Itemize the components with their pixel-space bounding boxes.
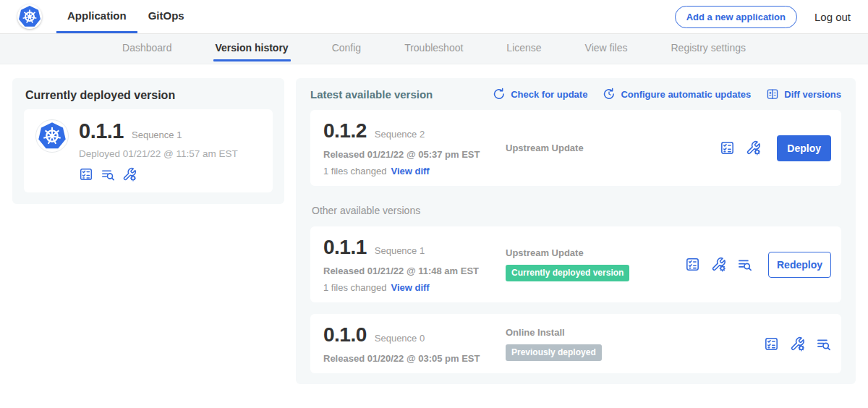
subtab-dashboard[interactable]: Dashboard <box>101 34 194 64</box>
release-sequence: Sequence 0 <box>375 333 425 344</box>
currently-deployed-card: 0.1.1 Sequence 1 Deployed 01/21/22 @ 11:… <box>24 109 273 192</box>
config-icon[interactable] <box>122 167 137 182</box>
kubernetes-logo <box>17 4 42 29</box>
files-changed: 1 files changed <box>323 166 386 177</box>
subtab-version-history[interactable]: Version history <box>194 34 310 64</box>
release-row-0.1.2: 0.1.2 Sequence 2 Released 01/21/22 @ 05:… <box>310 110 841 186</box>
config-icon[interactable] <box>746 140 761 156</box>
deploy-button[interactable]: Deploy <box>777 135 831 161</box>
currently-deployed-panel: Currently deployed version 0.1.1 Sequenc… <box>12 78 284 204</box>
release-notes-icon[interactable] <box>720 140 735 156</box>
release-version: 0.1.2 <box>323 119 367 143</box>
diff-icon[interactable] <box>737 257 752 272</box>
currently-deployed-badge: Currently deployed version <box>506 265 629 281</box>
release-notes-icon[interactable] <box>79 167 93 182</box>
release-source: Online Install <box>506 327 764 338</box>
check-for-update-link[interactable]: Check for update <box>493 88 587 101</box>
schedule-icon <box>603 88 616 101</box>
currently-deployed-title: Currently deployed version <box>25 89 273 102</box>
previously-deployed-badge: Previously deployed <box>506 344 602 361</box>
configure-updates-label: Configure automatic updates <box>621 89 751 100</box>
main-content: Currently deployed version 0.1.1 Sequenc… <box>0 64 868 398</box>
release-sequence: Sequence 1 <box>375 245 425 256</box>
deployed-version: 0.1.1 <box>79 119 124 143</box>
config-icon[interactable] <box>790 336 805 352</box>
tab-application[interactable]: Application <box>56 0 137 33</box>
latest-version-title: Latest available version <box>310 88 493 101</box>
release-row-0.1.1: 0.1.1 Sequence 1 Released 01/21/22 @ 11:… <box>310 226 841 302</box>
diff-icon[interactable] <box>101 167 115 182</box>
tab-gitops[interactable]: GitOps <box>137 0 195 33</box>
release-sequence: Sequence 2 <box>375 129 425 140</box>
logout-button[interactable]: Log out <box>814 11 851 23</box>
release-source: Upstream Update <box>506 143 720 153</box>
release-timestamp: Released 01/21/22 @ 05:37 pm EST <box>323 149 506 160</box>
subtab-config[interactable]: Config <box>310 34 383 64</box>
refresh-icon <box>493 88 506 101</box>
app-subnav: Dashboard Version history Config Trouble… <box>0 34 868 64</box>
release-version: 0.1.1 <box>323 236 367 259</box>
app-icon <box>35 119 69 153</box>
other-versions-label: Other available versions <box>312 205 841 216</box>
configure-updates-link[interactable]: Configure automatic updates <box>603 88 751 101</box>
diff-columns-icon <box>766 88 779 101</box>
deployed-sequence: Sequence 1 <box>132 129 182 140</box>
release-source: Upstream Update <box>506 247 685 258</box>
view-diff-link[interactable]: View diff <box>391 166 429 177</box>
diff-icon[interactable] <box>816 336 831 352</box>
release-notes-icon[interactable] <box>685 257 700 272</box>
add-application-button[interactable]: Add a new application <box>675 6 797 28</box>
release-version: 0.1.0 <box>323 323 367 347</box>
release-notes-icon[interactable] <box>764 336 779 352</box>
subtab-registry-settings[interactable]: Registry settings <box>650 34 767 64</box>
release-timestamp: Released 01/21/22 @ 11:48 am EST <box>323 265 506 276</box>
diff-versions-link[interactable]: Diff versions <box>766 88 841 101</box>
release-row-0.1.0: 0.1.0 Sequence 0 Released 01/20/22 @ 03:… <box>310 314 841 373</box>
redeploy-button[interactable]: Redeploy <box>768 252 831 278</box>
tab-gitops-label: GitOps <box>148 9 184 22</box>
files-changed: 1 files changed <box>323 282 386 293</box>
view-diff-link[interactable]: View diff <box>391 282 429 293</box>
tab-application-label: Application <box>67 9 127 22</box>
subtab-view-files[interactable]: View files <box>563 34 650 64</box>
diff-versions-label: Diff versions <box>784 89 841 100</box>
top-header: Application GitOps Add a new application… <box>0 0 868 34</box>
release-timestamp: Released 01/20/22 @ 03:05 pm EST <box>323 353 506 364</box>
subtab-troubleshoot[interactable]: Troubleshoot <box>383 34 485 64</box>
subtab-license[interactable]: License <box>485 34 563 64</box>
version-history-panel: Latest available version Check for updat… <box>296 78 856 384</box>
deployed-timestamp: Deployed 01/21/22 @ 11:57 am EST <box>79 148 238 159</box>
config-icon[interactable] <box>711 257 726 272</box>
check-for-update-label: Check for update <box>511 89 587 100</box>
